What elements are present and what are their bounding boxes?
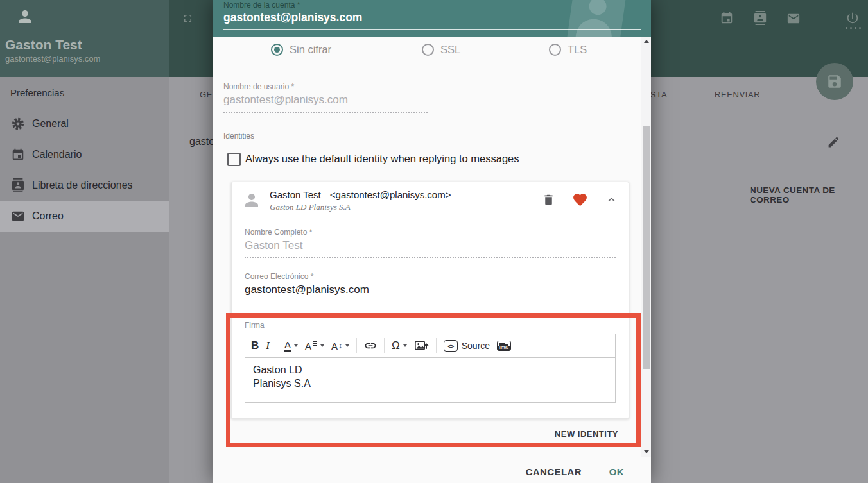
font-family-button[interactable]: A xyxy=(305,341,324,352)
source-brackets-icon: <> xyxy=(444,340,458,352)
sidebar-item-label: General xyxy=(32,118,69,130)
power-icon[interactable] xyxy=(846,11,860,25)
insert-image-button[interactable] xyxy=(414,339,429,352)
font-family-lines-icon xyxy=(313,341,317,346)
fullscreen-icon[interactable] xyxy=(182,12,194,24)
account-name-input[interactable]: gastontest@planisys.com xyxy=(223,11,362,24)
account-name-label: Nombre de la cuenta * xyxy=(223,1,300,10)
contacts-icon[interactable] xyxy=(753,11,767,25)
size-arrows-icon: ↕ xyxy=(338,341,342,350)
new-mail-account-button[interactable]: NUEVA CUENTA DE CORREO xyxy=(750,185,868,205)
identity-email-input[interactable]: gastontest@planisys.com xyxy=(245,284,616,301)
chevron-down-icon xyxy=(294,344,298,347)
username-dotted-underline xyxy=(223,101,428,113)
mail-icon[interactable] xyxy=(786,12,801,26)
toolbar-divider xyxy=(277,338,277,353)
radio-label: TLS xyxy=(568,44,587,56)
user-email: gastontest@planisys.com xyxy=(5,54,100,64)
account-dialog: Nombre de la cuenta * gastontest@planisy… xyxy=(213,0,651,483)
radio-label: Sin cifrar xyxy=(290,44,331,56)
identity-avatar-icon xyxy=(242,191,261,210)
fullname-label: Nombre Completo * xyxy=(245,228,616,237)
account-name-underline xyxy=(223,29,641,30)
radio-tls[interactable]: TLS xyxy=(549,44,587,56)
signature-line: Planisys S.A xyxy=(253,377,607,390)
scroll-down-arrow-icon[interactable] xyxy=(644,450,649,453)
signature-editor-toolbar: B I A A A↕ Ω <>Source HTML xyxy=(245,334,616,358)
identity-name-row: Gaston Test<gastontest@planisys.com> xyxy=(270,189,542,200)
sidebar-item-label: Calendario xyxy=(32,149,82,160)
default-identity-checkbox[interactable] xyxy=(227,153,241,166)
bold-button[interactable]: B xyxy=(251,339,259,352)
font-size-button[interactable]: A↕ xyxy=(331,341,349,352)
save-icon xyxy=(826,73,843,90)
save-fab[interactable] xyxy=(816,63,853,100)
toolbar-divider xyxy=(384,338,385,353)
identity-display-name: Gaston Test xyxy=(270,189,321,200)
delete-identity-icon[interactable] xyxy=(542,193,555,207)
new-identity-button[interactable]: NEW IDENTITY xyxy=(555,429,618,439)
radio-sin-cifrar[interactable]: Sin cifrar xyxy=(271,44,331,56)
scroll-up-arrow-icon[interactable] xyxy=(644,40,649,43)
ok-button[interactable]: OK xyxy=(609,466,624,477)
calendar-icon[interactable] xyxy=(720,11,734,25)
radio-icon xyxy=(422,44,434,56)
identity-organization: Gaston LD Planisys S.A xyxy=(270,202,542,212)
mail-icon xyxy=(10,209,26,223)
toolbar-divider xyxy=(436,338,437,353)
identity-display-email: <gastontest@planisys.com> xyxy=(330,189,451,200)
chevron-down-icon xyxy=(345,344,349,347)
radio-icon xyxy=(271,44,283,56)
signature-editor-content[interactable]: Gaston LD Planisys S.A xyxy=(245,358,616,403)
sidebar-item-general[interactable]: General xyxy=(0,108,169,139)
app-root: Gaston Test gastontest@planisys.com Pref… xyxy=(0,0,868,483)
username-label: Nombre de usuario * xyxy=(223,82,294,91)
special-characters-button[interactable]: Ω xyxy=(392,339,407,352)
default-identity-checkbox-label: Always use the default identity when rep… xyxy=(245,153,519,165)
link-button[interactable] xyxy=(364,339,377,352)
sidebar-item-correo[interactable]: Correo xyxy=(0,201,169,232)
toolbar-divider xyxy=(356,338,357,353)
sidebar-item-calendario[interactable]: Calendario xyxy=(0,139,169,170)
identity-email-label: Correo Electrónico * xyxy=(245,272,616,281)
scrollbar-thumb[interactable] xyxy=(643,126,650,369)
user-avatar-icon xyxy=(15,7,35,26)
sidebar-item-label: Libreta de direcciones xyxy=(32,180,133,191)
source-button[interactable]: <>Source xyxy=(444,340,490,352)
radio-icon xyxy=(549,44,561,56)
contacts-icon xyxy=(10,178,26,192)
user-name: Gaston Test xyxy=(5,37,82,53)
sidebar: Gaston Test gastontest@planisys.com Pref… xyxy=(0,0,169,483)
gear-icon xyxy=(10,117,26,131)
html-embed-button[interactable]: HTML xyxy=(497,341,511,351)
signature-label: Firma xyxy=(245,321,616,330)
sidebar-section-title: Preferencias xyxy=(10,87,64,98)
identities-label: Identities xyxy=(223,131,254,140)
identity-card: Gaston Test<gastontest@planisys.com> Gas… xyxy=(231,182,629,419)
identity-card-header: Gaston Test<gastontest@planisys.com> Gas… xyxy=(232,182,629,212)
radio-label: SSL xyxy=(440,44,460,56)
sidebar-item-libreta[interactable]: Libreta de direcciones xyxy=(0,170,169,201)
dialog-scrollbar[interactable] xyxy=(641,37,651,457)
edit-pencil-icon[interactable] xyxy=(827,135,840,149)
power-dots-icon xyxy=(846,27,861,29)
contact-badge-watermark-icon xyxy=(566,0,627,37)
font-color-button[interactable]: A xyxy=(284,341,298,352)
chevron-down-icon xyxy=(320,344,324,347)
italic-button[interactable]: I xyxy=(266,339,270,352)
tab-reenviar[interactable]: REENVIAR xyxy=(715,90,760,99)
collapse-identity-icon[interactable] xyxy=(605,193,618,207)
sidebar-item-label: Correo xyxy=(32,210,64,222)
radio-ssl[interactable]: SSL xyxy=(422,44,460,56)
cancel-button[interactable]: CANCELAR xyxy=(526,466,582,477)
sidebar-user-header: Gaston Test gastontest@planisys.com xyxy=(0,0,169,77)
chevron-down-icon xyxy=(403,344,407,347)
dialog-header: Nombre de la cuenta * gastontest@planisy… xyxy=(213,0,651,37)
favorite-heart-icon[interactable] xyxy=(572,192,588,208)
calendar-icon xyxy=(10,148,26,162)
signature-line: Gaston LD xyxy=(253,363,607,377)
fullname-input: Gaston Test xyxy=(245,239,616,258)
